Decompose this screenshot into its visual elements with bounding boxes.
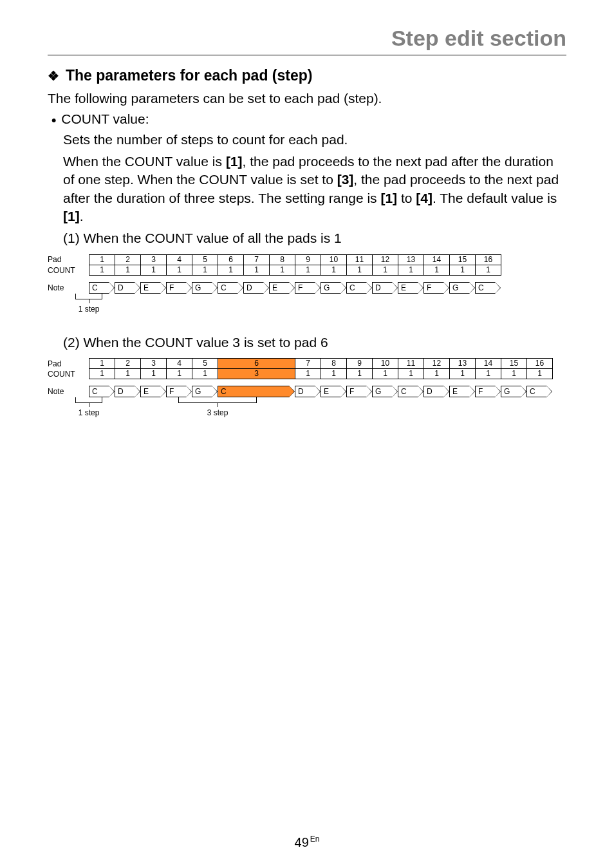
note-arrow: D: [295, 386, 315, 397]
table-cell: 1: [141, 265, 167, 276]
note-arrow: F: [295, 282, 315, 294]
table-cell: 11: [398, 359, 424, 369]
note-label: Note: [48, 387, 89, 396]
table-cell: 13: [398, 255, 424, 265]
note-arrow: E: [449, 386, 470, 397]
table-cell: 1: [295, 369, 321, 379]
count-desc-2: When the COUNT value is [1], the pad pro…: [48, 153, 566, 225]
table-cell: 7: [295, 359, 321, 369]
table-cell: 1: [167, 369, 192, 379]
table-cell: 1: [321, 369, 347, 379]
note-arrow: F: [423, 282, 444, 294]
table-cell: 11: [347, 255, 373, 265]
count-row: 1111111111111111: [89, 265, 501, 276]
pad-row: 12345678910111213141516: [89, 254, 501, 265]
bullet-dot-icon: •: [51, 111, 56, 129]
bold-3: [3]: [337, 172, 354, 187]
tick-icon: [89, 403, 89, 407]
table-cell: 1: [450, 369, 476, 379]
case1-title: (1) When the COUNT value of all the pads…: [48, 229, 566, 247]
table-cell: 1: [476, 265, 501, 276]
table-cell: 1: [89, 359, 115, 369]
table-cell: 1: [321, 265, 347, 276]
table-cell: 8: [321, 359, 347, 369]
note-arrow: E: [398, 282, 418, 294]
table-cell: 1: [347, 265, 373, 276]
table-cell: 1: [89, 265, 115, 276]
pad-label: Pad: [48, 359, 89, 368]
case2-title: (2) When the COUNT value 3 is set to pad…: [48, 334, 566, 352]
note-arrow: D: [423, 386, 444, 397]
table-cell: 13: [450, 359, 476, 369]
note-label: Note: [48, 283, 89, 292]
table-cell: 1: [347, 369, 373, 379]
count-value-item: • COUNT value:: [48, 111, 566, 129]
table-cell: 8: [270, 255, 295, 265]
bracket-icon: [75, 397, 102, 403]
note-arrow: F: [166, 386, 187, 397]
count-value-label: COUNT value:: [61, 111, 149, 129]
table-cell: 1: [398, 265, 424, 276]
bracket-icon: [178, 397, 257, 403]
table-cell: 1: [192, 265, 218, 276]
note-arrow: G: [501, 386, 521, 397]
table-cell: 7: [244, 255, 270, 265]
note-arrow: D: [115, 282, 135, 294]
note-arrow: C: [89, 282, 109, 294]
table-cell: 3: [141, 255, 167, 265]
pad-label: Pad: [48, 255, 89, 264]
table-cell: 1: [476, 369, 501, 379]
table-cell: 1: [141, 369, 167, 379]
step-marker-label: 1 step: [79, 408, 100, 417]
table-cell: 1: [424, 369, 450, 379]
table-cell: 1: [527, 369, 553, 379]
diagram-2: Pad12345678910111213141516COUNT111113111…: [48, 358, 566, 420]
table-cell: 5: [192, 359, 218, 369]
note-arrow: G: [449, 282, 470, 294]
note-arrows: CDEFGCDEFGCDEFGC1 step: [89, 282, 501, 294]
table-cell: 15: [450, 255, 476, 265]
note-arrow: D: [115, 386, 135, 397]
note-arrow: E: [140, 386, 161, 397]
table-cell: 1: [244, 265, 270, 276]
table-cell: 9: [295, 255, 321, 265]
step-marker-label: 3 step: [207, 408, 228, 417]
table-cell: 1: [89, 255, 115, 265]
table-cell: 10: [321, 255, 347, 265]
table-cell: 1: [115, 265, 141, 276]
table-cell: 1: [398, 369, 424, 379]
note-arrow: C: [218, 386, 290, 397]
count-label: COUNT: [48, 266, 89, 275]
table-cell: 1: [424, 265, 450, 276]
table-cell: 1: [450, 265, 476, 276]
table-cell: 3: [141, 359, 167, 369]
table-cell: 6: [218, 359, 295, 369]
table-cell: 1: [270, 265, 295, 276]
table-cell: 1: [295, 265, 321, 276]
t: When the COUNT value is: [63, 154, 226, 169]
table-cell: 1: [501, 369, 527, 379]
bold-4: [4]: [416, 191, 433, 205]
subheading-text: The parameters for each pad (step): [66, 67, 312, 84]
note-arrow: C: [526, 386, 547, 397]
subheading: ❖ The parameters for each pad (step): [48, 67, 566, 84]
intro-paragraph: The following parameters can be set to e…: [48, 90, 566, 108]
page-number-value: 49: [295, 835, 309, 849]
table-cell: 16: [527, 359, 553, 369]
table-cell: 14: [476, 359, 501, 369]
note-arrow: F: [166, 282, 187, 294]
step-marker-label: 1 step: [79, 305, 100, 314]
page-number: 49En: [0, 835, 614, 850]
bold-1c: [1]: [63, 209, 80, 223]
note-arrow: D: [243, 282, 264, 294]
note-arrow: E: [140, 282, 161, 294]
count-label: COUNT: [48, 370, 89, 379]
diamond-bullet-icon: ❖: [48, 68, 59, 84]
table-cell: 14: [424, 255, 450, 265]
count-row: 1111131111111111: [89, 369, 553, 379]
t: . The default value is: [433, 191, 557, 205]
note-arrow: C: [398, 386, 418, 397]
note-arrow: E: [321, 386, 341, 397]
tick-icon: [218, 403, 218, 407]
t: to: [397, 191, 416, 205]
